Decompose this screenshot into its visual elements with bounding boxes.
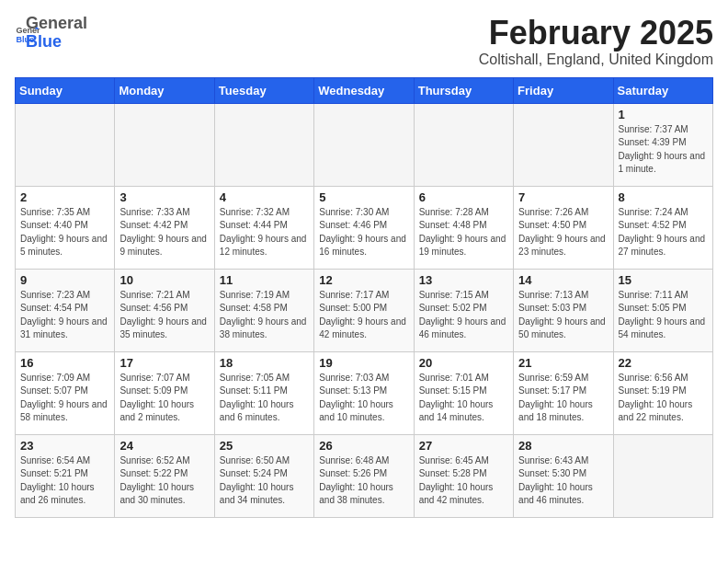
day-number: 7	[518, 190, 608, 204]
calendar-cell	[214, 103, 313, 186]
day-info: Sunrise: 6:59 AM Sunset: 5:17 PM Dayligh…	[518, 372, 608, 425]
day-info: Sunrise: 7:28 AM Sunset: 4:48 PM Dayligh…	[419, 206, 508, 259]
calendar-cell: 8Sunrise: 7:24 AM Sunset: 4:52 PM Daylig…	[613, 186, 712, 269]
day-number: 27	[419, 439, 508, 453]
weekday-header-saturday: Saturday	[613, 77, 712, 103]
day-number: 11	[220, 273, 309, 287]
day-info: Sunrise: 7:26 AM Sunset: 4:50 PM Dayligh…	[518, 206, 608, 259]
day-number: 12	[319, 273, 408, 287]
calendar-cell: 10Sunrise: 7:21 AM Sunset: 4:56 PM Dayli…	[115, 269, 214, 351]
day-info: Sunrise: 6:48 AM Sunset: 5:26 PM Dayligh…	[319, 454, 408, 508]
day-info: Sunrise: 7:21 AM Sunset: 4:56 PM Dayligh…	[119, 289, 209, 342]
day-number: 25	[220, 439, 309, 453]
calendar-cell: 28Sunrise: 6:43 AM Sunset: 5:30 PM Dayli…	[514, 434, 613, 517]
weekday-header-thursday: Thursday	[414, 77, 513, 103]
calendar-cell: 2Sunrise: 7:35 AM Sunset: 4:40 PM Daylig…	[16, 186, 115, 269]
calendar-cell: 11Sunrise: 7:19 AM Sunset: 4:58 PM Dayli…	[214, 269, 313, 351]
calendar-cell: 21Sunrise: 6:59 AM Sunset: 5:17 PM Dayli…	[514, 351, 613, 434]
day-info: Sunrise: 7:11 AM Sunset: 5:05 PM Dayligh…	[619, 289, 708, 342]
calendar-cell: 9Sunrise: 7:23 AM Sunset: 4:54 PM Daylig…	[16, 269, 115, 351]
calendar-cell: 3Sunrise: 7:33 AM Sunset: 4:42 PM Daylig…	[115, 186, 214, 269]
calendar-cell	[414, 103, 513, 186]
weekday-header-monday: Monday	[115, 77, 214, 103]
calendar-week-row: 1Sunrise: 7:37 AM Sunset: 4:39 PM Daylig…	[16, 103, 713, 186]
day-info: Sunrise: 6:45 AM Sunset: 5:28 PM Dayligh…	[419, 454, 508, 508]
day-number: 18	[220, 356, 309, 370]
day-info: Sunrise: 7:01 AM Sunset: 5:15 PM Dayligh…	[419, 372, 508, 425]
day-number: 28	[518, 439, 608, 453]
weekday-header-sunday: Sunday	[16, 77, 115, 103]
day-number: 22	[619, 356, 708, 370]
day-info: Sunrise: 7:35 AM Sunset: 4:40 PM Dayligh…	[20, 206, 109, 259]
calendar-week-row: 2Sunrise: 7:35 AM Sunset: 4:40 PM Daylig…	[16, 186, 713, 269]
day-info: Sunrise: 6:50 AM Sunset: 5:24 PM Dayligh…	[220, 454, 309, 508]
weekday-header-tuesday: Tuesday	[214, 77, 313, 103]
page-header: General Blue General Blue February 2025 …	[15, 15, 713, 68]
day-number: 20	[419, 356, 508, 370]
day-number: 8	[619, 190, 708, 204]
calendar-cell: 14Sunrise: 7:13 AM Sunset: 5:03 PM Dayli…	[514, 269, 613, 351]
day-info: Sunrise: 6:43 AM Sunset: 5:30 PM Dayligh…	[518, 454, 608, 508]
day-info: Sunrise: 7:32 AM Sunset: 4:44 PM Dayligh…	[220, 206, 309, 259]
day-number: 1	[619, 108, 708, 121]
day-info: Sunrise: 7:24 AM Sunset: 4:52 PM Dayligh…	[619, 206, 708, 259]
calendar-cell: 18Sunrise: 7:05 AM Sunset: 5:11 PM Dayli…	[214, 351, 313, 434]
calendar-cell	[314, 103, 414, 186]
calendar-cell: 19Sunrise: 7:03 AM Sunset: 5:13 PM Dayli…	[314, 351, 414, 434]
day-number: 9	[20, 273, 109, 287]
day-info: Sunrise: 6:56 AM Sunset: 5:19 PM Dayligh…	[619, 372, 708, 425]
calendar-cell: 5Sunrise: 7:30 AM Sunset: 4:46 PM Daylig…	[314, 186, 414, 269]
day-number: 26	[319, 439, 408, 453]
day-number: 4	[220, 190, 309, 204]
calendar-cell: 20Sunrise: 7:01 AM Sunset: 5:15 PM Dayli…	[414, 351, 513, 434]
calendar-cell: 13Sunrise: 7:15 AM Sunset: 5:02 PM Dayli…	[414, 269, 513, 351]
calendar-week-row: 16Sunrise: 7:09 AM Sunset: 5:07 PM Dayli…	[16, 351, 713, 434]
day-info: Sunrise: 7:30 AM Sunset: 4:46 PM Dayligh…	[319, 206, 408, 259]
calendar-subtitle: Coltishall, England, United Kingdom	[479, 52, 713, 68]
day-number: 23	[20, 439, 109, 453]
day-info: Sunrise: 7:17 AM Sunset: 5:00 PM Dayligh…	[319, 289, 408, 342]
day-number: 2	[20, 190, 109, 204]
calendar-cell: 22Sunrise: 6:56 AM Sunset: 5:19 PM Dayli…	[613, 351, 712, 434]
day-number: 6	[419, 190, 508, 204]
day-info: Sunrise: 6:54 AM Sunset: 5:21 PM Dayligh…	[20, 454, 109, 508]
day-info: Sunrise: 7:33 AM Sunset: 4:42 PM Dayligh…	[119, 206, 209, 259]
logo-general-text: General	[26, 15, 87, 33]
day-number: 5	[319, 190, 408, 204]
title-block: February 2025 Coltishall, England, Unite…	[479, 15, 713, 68]
calendar-cell	[613, 434, 712, 517]
calendar-cell: 12Sunrise: 7:17 AM Sunset: 5:00 PM Dayli…	[314, 269, 414, 351]
day-number: 19	[319, 356, 408, 370]
calendar-cell: 4Sunrise: 7:32 AM Sunset: 4:44 PM Daylig…	[214, 186, 313, 269]
calendar-table: SundayMondayTuesdayWednesdayThursdayFrid…	[15, 77, 713, 518]
calendar-cell: 26Sunrise: 6:48 AM Sunset: 5:26 PM Dayli…	[314, 434, 414, 517]
day-number: 13	[419, 273, 508, 287]
weekday-header-friday: Friday	[514, 77, 613, 103]
calendar-cell: 25Sunrise: 6:50 AM Sunset: 5:24 PM Dayli…	[214, 434, 313, 517]
day-info: Sunrise: 7:23 AM Sunset: 4:54 PM Dayligh…	[20, 289, 109, 342]
calendar-cell: 16Sunrise: 7:09 AM Sunset: 5:07 PM Dayli…	[16, 351, 115, 434]
day-info: Sunrise: 7:15 AM Sunset: 5:02 PM Dayligh…	[419, 289, 508, 342]
day-number: 14	[518, 273, 608, 287]
day-info: Sunrise: 7:03 AM Sunset: 5:13 PM Dayligh…	[319, 372, 408, 425]
calendar-cell: 7Sunrise: 7:26 AM Sunset: 4:50 PM Daylig…	[514, 186, 613, 269]
day-number: 3	[119, 190, 209, 204]
day-info: Sunrise: 7:09 AM Sunset: 5:07 PM Dayligh…	[20, 372, 109, 425]
day-info: Sunrise: 7:07 AM Sunset: 5:09 PM Dayligh…	[119, 372, 209, 425]
day-number: 10	[119, 273, 209, 287]
day-number: 24	[119, 439, 209, 453]
logo: General Blue General Blue	[15, 15, 87, 52]
calendar-cell	[16, 103, 115, 186]
day-number: 15	[619, 273, 708, 287]
calendar-cell: 24Sunrise: 6:52 AM Sunset: 5:22 PM Dayli…	[115, 434, 214, 517]
weekday-header-row: SundayMondayTuesdayWednesdayThursdayFrid…	[16, 77, 713, 103]
day-info: Sunrise: 7:05 AM Sunset: 5:11 PM Dayligh…	[220, 372, 309, 425]
day-number: 16	[20, 356, 109, 370]
day-info: Sunrise: 7:19 AM Sunset: 4:58 PM Dayligh…	[220, 289, 309, 342]
calendar-cell: 17Sunrise: 7:07 AM Sunset: 5:09 PM Dayli…	[115, 351, 214, 434]
day-info: Sunrise: 7:37 AM Sunset: 4:39 PM Dayligh…	[619, 123, 708, 177]
day-info: Sunrise: 6:52 AM Sunset: 5:22 PM Dayligh…	[119, 454, 209, 508]
day-info: Sunrise: 7:13 AM Sunset: 5:03 PM Dayligh…	[518, 289, 608, 342]
calendar-week-row: 9Sunrise: 7:23 AM Sunset: 4:54 PM Daylig…	[16, 269, 713, 351]
calendar-cell: 27Sunrise: 6:45 AM Sunset: 5:28 PM Dayli…	[414, 434, 513, 517]
